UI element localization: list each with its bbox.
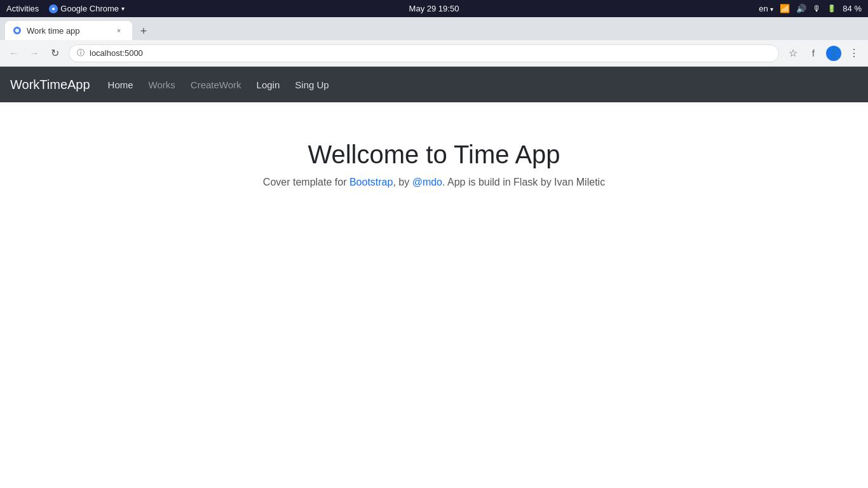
os-wifi-icon: 📶 — [780, 4, 790, 13]
bootstrap-link[interactable]: Bootstrap — [349, 177, 393, 187]
browser-tab-active[interactable]: Work time app × — [5, 21, 132, 40]
os-chrome-dropdown-icon[interactable]: ▾ — [121, 5, 125, 12]
nav-link-works[interactable]: Works — [141, 74, 183, 95]
os-topbar-right: en ▾ 📶 🔊 🎙 🔋 84 % — [759, 4, 862, 13]
os-battery-level: 84 % — [843, 4, 862, 13]
chrome-favicon — [49, 4, 58, 13]
subtitle-suffix: . App is build in Flask by Ivan Miletic — [442, 177, 605, 187]
os-lang[interactable]: en ▾ — [759, 4, 773, 13]
page-title: Wellcome to Time App — [308, 140, 560, 169]
new-tab-button[interactable]: + — [135, 22, 153, 40]
forward-button[interactable]: → — [25, 44, 43, 62]
svg-point-3 — [15, 29, 19, 32]
os-chrome-label: Google Chrome — [60, 4, 119, 13]
bookmark-button[interactable]: ☆ — [784, 44, 802, 62]
os-topbar-left: Activities Google Chrome ▾ — [6, 4, 125, 13]
profile-avatar: 👤 — [826, 46, 841, 61]
more-button[interactable]: ⋮ — [845, 44, 863, 62]
os-lang-dropdown-icon: ▾ — [770, 6, 773, 13]
svg-point-1 — [52, 8, 55, 10]
page-subtitle: Cover template for Bootstrap, by @mdo. A… — [263, 177, 605, 188]
webpage: WorkTimeApp Home Works CreateWork Login … — [0, 67, 868, 488]
tab-favicon — [13, 26, 22, 35]
subtitle-by: , by — [393, 177, 412, 187]
navbar-brand[interactable]: WorkTimeApp — [10, 78, 90, 92]
nav-link-singup[interactable]: Sing Up — [287, 74, 336, 95]
subtitle-prefix: Cover template for — [263, 177, 349, 187]
nav-link-home[interactable]: Home — [100, 74, 141, 95]
os-volume-icon: 🔊 — [796, 4, 806, 13]
tab-bar: Work time app × + — [0, 17, 868, 40]
os-activities-label[interactable]: Activities — [6, 4, 39, 13]
facebook-button[interactable]: f — [804, 44, 822, 62]
os-chrome-menu[interactable]: Google Chrome ▾ — [49, 4, 125, 13]
secure-icon: ⓘ — [77, 48, 85, 58]
address-bar: ← → ↻ ⓘ localhost:5000 ☆ f 👤 ⋮ — [0, 40, 868, 67]
os-mic-icon: 🎙 — [813, 4, 821, 13]
address-input[interactable]: ⓘ localhost:5000 — [69, 44, 779, 62]
reload-button[interactable]: ↻ — [46, 44, 64, 62]
mdo-link[interactable]: @mdo — [412, 177, 442, 187]
browser-actions: ☆ f 👤 ⋮ — [784, 44, 863, 62]
os-datetime: May 29 19:50 — [409, 4, 459, 13]
nav-link-login[interactable]: Login — [249, 74, 288, 95]
nav-links: Home Works CreateWork Login Sing Up — [100, 74, 337, 95]
tab-title: Work time app — [27, 26, 80, 36]
nav-link-creatework[interactable]: CreateWork — [183, 74, 249, 95]
address-text: localhost:5000 — [90, 48, 771, 58]
os-battery-icon: 🔋 — [827, 4, 836, 13]
profile-button[interactable]: 👤 — [825, 44, 843, 62]
back-button[interactable]: ← — [5, 44, 23, 62]
navbar: WorkTimeApp Home Works CreateWork Login … — [0, 67, 868, 102]
main-content: Wellcome to Time App Cover template for … — [0, 102, 868, 188]
os-topbar: Activities Google Chrome ▾ May 29 19:50 … — [0, 0, 868, 17]
tab-close-button[interactable]: × — [113, 25, 125, 36]
